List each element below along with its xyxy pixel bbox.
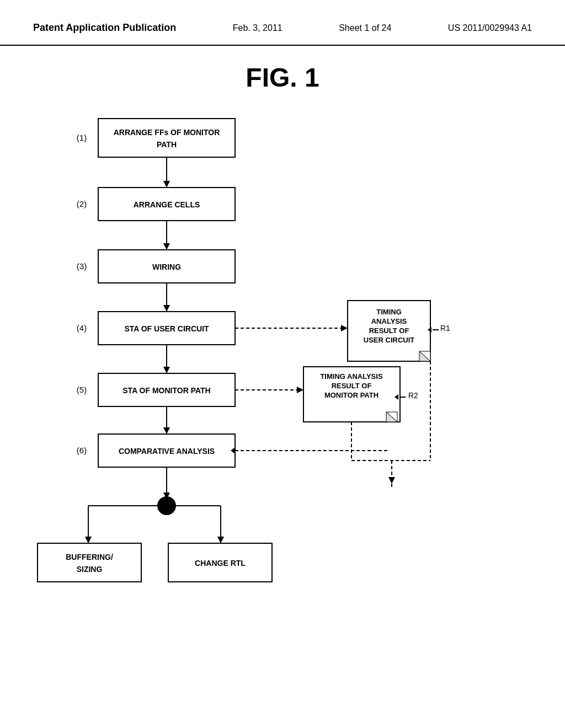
- step1-label-line2: PATH: [157, 140, 177, 149]
- diagram-svg: ARRANGE FFs OF MONITOR PATH (1) ARRANGE …: [0, 102, 565, 709]
- arrow2-3-head: [163, 243, 170, 250]
- patent-number: US 2011/0029943 A1: [448, 23, 532, 33]
- buffering-label-2: SIZING: [77, 565, 103, 574]
- dotted-down-to6-head: [388, 477, 395, 484]
- page: Patent Application Publication Feb. 3, 2…: [0, 0, 565, 728]
- step1-label-line1: ARRANGE FFs OF MONITOR: [114, 128, 220, 137]
- r2-label-3: MONITOR PATH: [324, 391, 379, 399]
- r1-label-3: RESULT OF: [369, 326, 409, 335]
- r1-label-1: TIMING: [376, 308, 402, 316]
- step6-number: (6): [77, 446, 87, 455]
- dotted-arrow-r1-head: [341, 325, 348, 331]
- r1-label-4: USER CIRCUIT: [364, 336, 415, 344]
- right-branch-head: [217, 537, 224, 543]
- step1-box: [98, 119, 235, 157]
- step3-label: WIRING: [152, 263, 181, 271]
- buffering-label-1: BUFFERING/: [66, 553, 113, 561]
- buffering-box: [38, 543, 141, 582]
- step5-number: (5): [77, 385, 87, 394]
- dotted-arrow-r2-head: [297, 387, 303, 393]
- figure-title: FIG. 1: [0, 62, 565, 93]
- arrow1-2-head: [163, 181, 170, 188]
- step4-label: STA OF USER CIRCUIT: [124, 324, 209, 333]
- step5-label: STA OF MONITOR PATH: [122, 386, 210, 395]
- date-label: Feb. 3, 2011: [233, 23, 282, 33]
- step3-number: (3): [77, 261, 87, 271]
- left-branch-head: [85, 537, 92, 543]
- sheet-label: Sheet 1 of 24: [339, 23, 391, 33]
- header: Patent Application Publication Feb. 3, 2…: [0, 0, 565, 46]
- r1-label-2: ANALYSIS: [371, 317, 407, 325]
- r2-label-1: TIMING ANALYSIS: [320, 372, 382, 381]
- r2-ref-label: R2: [408, 391, 418, 400]
- step2-label: ARRANGE CELLS: [134, 200, 200, 209]
- step6-label: COMPARATIVE ANALYSIS: [119, 447, 215, 456]
- arrow3-4-head: [163, 305, 170, 312]
- r1-ref-label: R1: [440, 324, 450, 333]
- arrow4-5-head: [163, 367, 170, 373]
- publication-label: Patent Application Publication: [33, 22, 176, 34]
- r2-label-2: RESULT OF: [332, 382, 372, 390]
- step1-number: (1): [77, 133, 87, 142]
- arrow5-6-head: [163, 427, 170, 434]
- changertl-label: CHANGE RTL: [195, 559, 246, 568]
- step4-number: (4): [77, 323, 87, 333]
- step2-number: (2): [77, 199, 87, 208]
